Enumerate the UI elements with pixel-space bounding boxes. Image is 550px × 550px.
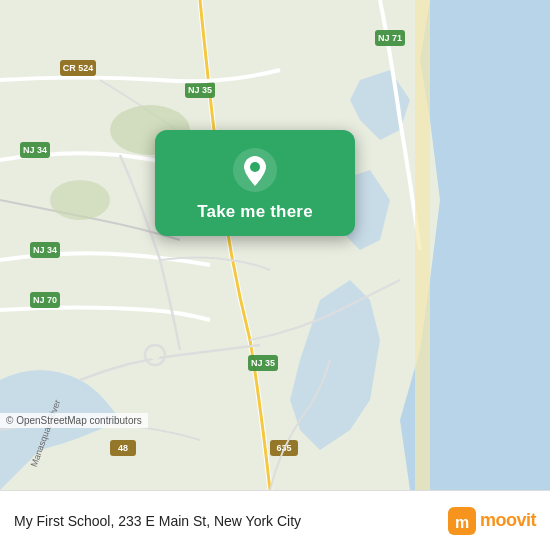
svg-text:NJ 34: NJ 34 — [23, 145, 47, 155]
svg-text:NJ 34: NJ 34 — [33, 245, 57, 255]
popup-card[interactable]: Take me there — [155, 130, 355, 236]
svg-text:CR 524: CR 524 — [63, 63, 94, 73]
bottom-bar: My First School, 233 E Main St, New York… — [0, 490, 550, 550]
location-pin-icon — [233, 148, 277, 192]
svg-point-33 — [250, 162, 260, 172]
svg-text:m: m — [455, 514, 469, 531]
svg-text:NJ 35: NJ 35 — [251, 358, 275, 368]
map-container: Manasquan River NJ 35 NJ 35 NJ 35 NJ 71 … — [0, 0, 550, 490]
svg-marker-26 — [415, 0, 430, 490]
moovit-icon: m — [448, 507, 476, 535]
svg-text:NJ 71: NJ 71 — [378, 33, 402, 43]
svg-text:NJ 70: NJ 70 — [33, 295, 57, 305]
map-attribution: © OpenStreetMap contributors — [0, 413, 148, 428]
moovit-logo: m moovit — [448, 507, 536, 535]
moovit-wordmark: moovit — [480, 510, 536, 531]
svg-text:NJ 35: NJ 35 — [188, 85, 212, 95]
take-me-there-button[interactable]: Take me there — [197, 202, 313, 222]
location-text: My First School, 233 E Main St, New York… — [14, 513, 448, 529]
svg-point-31 — [150, 350, 160, 360]
svg-point-28 — [50, 180, 110, 220]
svg-text:48: 48 — [118, 443, 128, 453]
